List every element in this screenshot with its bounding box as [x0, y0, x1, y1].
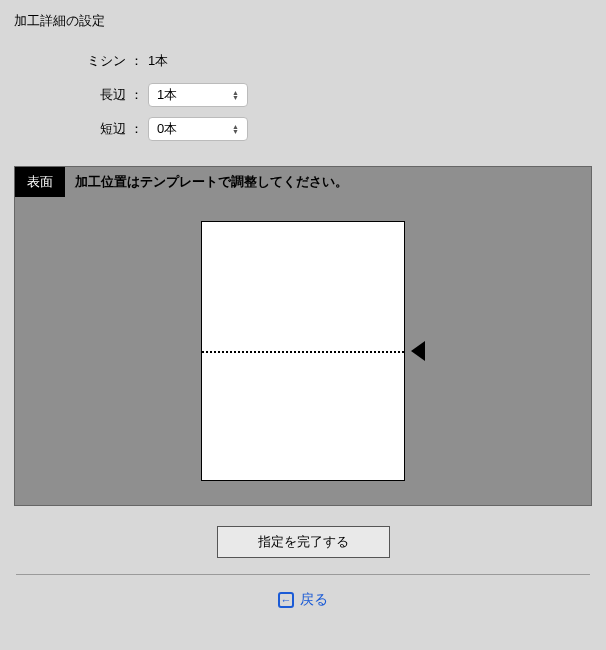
preview-panel: 表面 加工位置はテンプレートで調整してください。 [14, 166, 592, 506]
label-short-side: 短辺 [10, 120, 130, 138]
perforation-line [202, 351, 404, 353]
paper-holder [201, 221, 405, 481]
side-badge: 表面 [15, 167, 65, 197]
back-arrow-icon[interactable]: ← [278, 592, 294, 608]
confirm-button[interactable]: 指定を完了する [217, 526, 390, 558]
instruction-text: 加工位置はテンプレートで調整してください。 [65, 167, 358, 197]
row-short-side: 短辺 ： 0本 ▲▼ [10, 112, 596, 146]
label-mishin: ミシン [10, 52, 130, 70]
colon: ： [130, 120, 142, 138]
select-long-side[interactable]: 1本 ▲▼ [148, 83, 248, 107]
select-short-side-value: 0本 [157, 120, 232, 138]
back-link[interactable]: 戻る [300, 591, 328, 609]
row-long-side: 長辺 ： 1本 ▲▼ [10, 78, 596, 112]
row-mishin: ミシン ： 1本 [10, 44, 596, 78]
paper-preview [201, 221, 405, 481]
colon: ： [130, 86, 142, 104]
paper-stage [15, 197, 591, 481]
preview-header: 表面 加工位置はテンプレートで調整してください。 [15, 167, 591, 197]
footer: ← 戻る [10, 575, 596, 625]
stepper-arrows-icon: ▲▼ [232, 124, 239, 134]
drag-handle-icon[interactable] [411, 341, 425, 361]
select-short-side[interactable]: 0本 ▲▼ [148, 117, 248, 141]
select-long-side-value: 1本 [157, 86, 232, 104]
actions-bar: 指定を完了する [10, 506, 596, 574]
value-mishin: 1本 [142, 52, 168, 70]
colon: ： [130, 52, 142, 70]
page-title: 加工詳細の設定 [10, 12, 596, 30]
settings-form: ミシン ： 1本 長辺 ： 1本 ▲▼ 短辺 ： 0本 ▲▼ [10, 44, 596, 146]
label-long-side: 長辺 [10, 86, 130, 104]
stepper-arrows-icon: ▲▼ [232, 90, 239, 100]
